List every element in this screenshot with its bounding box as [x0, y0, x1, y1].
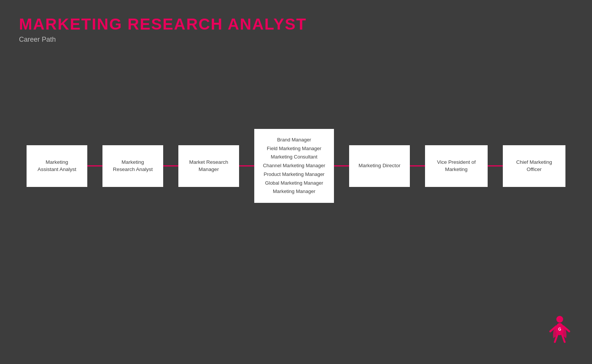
mascot-svg: G [546, 315, 573, 345]
node-label: Marketing Director [359, 162, 400, 169]
role-field-marketing-manager: Field Marketing Manager [267, 145, 321, 153]
page-title: MARKETING RESEARCH ANALYST [19, 15, 307, 33]
career-node-cmo[interactable]: Chief MarketingOfficer [503, 145, 565, 187]
path-item-1: MarketingAssistant Analyst [27, 145, 87, 187]
role-global-marketing-manager: Global Marketing Manager [265, 179, 323, 187]
connector-5 [410, 165, 425, 166]
role-marketing-consultant: Marketing Consultant [271, 153, 318, 161]
brand-mascot: G [546, 315, 573, 345]
career-node-vp-marketing[interactable]: Vice President ofMarketing [425, 145, 488, 187]
career-node-marketing-director[interactable]: Marketing Director [349, 145, 410, 187]
career-node-marketing-assistant-analyst[interactable]: MarketingAssistant Analyst [27, 145, 87, 187]
connector-1 [87, 165, 102, 166]
role-channel-marketing-manager: Channel Marketing Manager [263, 162, 325, 170]
career-node-market-research-manager[interactable]: Market ResearchManager [178, 145, 239, 187]
role-brand-manager: Brand Manager [277, 136, 311, 144]
role-product-marketing-manager: Product Marketing Manager [264, 171, 324, 179]
node-label: MarketingResearch Analyst [113, 159, 153, 173]
header: MARKETING RESEARCH ANALYST Career Path [19, 15, 307, 44]
path-item-5: Marketing Director [349, 145, 410, 187]
path-item-7: Chief MarketingOfficer [503, 145, 565, 187]
path-item-6: Vice President ofMarketing [425, 145, 488, 187]
role-marketing-manager: Marketing Manager [273, 188, 315, 196]
path-item-4: Brand Manager Field Marketing Manager Ma… [254, 129, 334, 203]
path-item-2: MarketingResearch Analyst [102, 145, 163, 187]
node-label: MarketingAssistant Analyst [38, 159, 76, 173]
path-item-3: Market ResearchManager [178, 145, 239, 187]
svg-text:G: G [558, 327, 561, 331]
connector-2 [163, 165, 178, 166]
career-node-marketing-research-analyst[interactable]: MarketingResearch Analyst [102, 145, 163, 187]
career-node-multiple-roles[interactable]: Brand Manager Field Marketing Manager Ma… [254, 129, 334, 203]
connector-3 [239, 165, 254, 166]
connector-6 [488, 165, 503, 166]
connector-4 [334, 165, 349, 166]
node-label: Chief MarketingOfficer [516, 159, 552, 173]
svg-point-0 [556, 316, 563, 323]
page-subtitle: Career Path [19, 36, 307, 44]
node-label: Vice President ofMarketing [437, 159, 476, 173]
node-label: Market ResearchManager [189, 159, 228, 173]
career-path: MarketingAssistant Analyst MarketingRese… [11, 129, 581, 203]
